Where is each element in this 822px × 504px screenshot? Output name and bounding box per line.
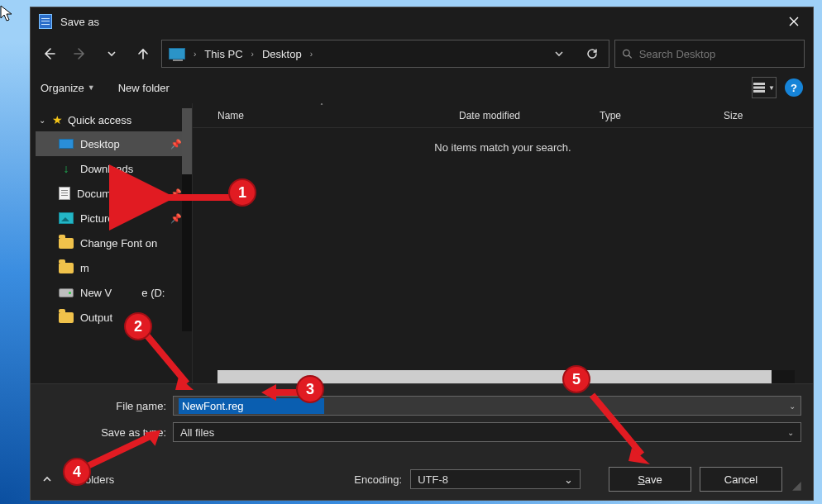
view-button[interactable]: ▼ (752, 77, 777, 98)
sort-caret-icon: ˄ (193, 102, 451, 110)
breadcrumb-sep-icon: › (192, 50, 198, 59)
tree-item-label: Pictures (80, 212, 119, 225)
arrow-left-icon (41, 46, 56, 61)
filetype-field[interactable]: All files ⌄ (173, 422, 801, 442)
file-list-area: Name ˄ Date modified Type Size No items … (193, 103, 813, 383)
encoding-value: UTF-8 (418, 473, 448, 486)
tree-item-folder[interactable]: m (36, 255, 192, 280)
star-icon: ★ (52, 113, 63, 126)
tree-item-folder[interactable]: Change Font on (36, 231, 192, 255)
quick-access-label: Quick access (68, 114, 131, 126)
column-type[interactable]: Type (591, 103, 715, 127)
svg-point-0 (624, 50, 630, 56)
breadcrumb-desktop[interactable]: Desktop (259, 46, 305, 62)
empty-message: No items match your search. (193, 141, 813, 154)
breadcrumb-sep-icon: › (308, 50, 314, 59)
filename-label: File name: (42, 400, 166, 412)
tree-scrollbar-thumb[interactable] (182, 108, 192, 174)
up-button[interactable] (130, 40, 156, 67)
h-scrollbar-track[interactable] (217, 370, 795, 383)
encoding-select[interactable]: UTF-8 ⌄ (410, 469, 581, 489)
chevron-down-icon (554, 49, 564, 59)
help-button[interactable]: ? (785, 78, 803, 97)
titlebar: Save as (31, 7, 813, 36)
h-scrollbar-thumb[interactable] (217, 370, 772, 383)
drive-icon (59, 288, 74, 297)
svg-rect-1 (753, 83, 765, 85)
list-view-icon (753, 83, 765, 93)
filetype-label: Save as type: (42, 426, 166, 439)
tree-item-label: Downloads (80, 163, 133, 175)
new-folder-button[interactable]: New folder (118, 82, 170, 94)
breadcrumb-this-pc[interactable]: This PC (201, 46, 246, 62)
filename-field[interactable]: ⌄ (173, 396, 801, 416)
breadcrumb-sep-icon: › (250, 50, 256, 59)
nav-row: › This PC › Desktop › (31, 36, 813, 72)
organize-menu[interactable]: Organize ▼ (41, 82, 95, 94)
hide-folders-toggle[interactable]: Folders (42, 473, 114, 486)
filetype-value: All files (180, 426, 214, 439)
bottom-panel: File name: ⌄ Save as type: All files ⌄ F… (31, 383, 813, 500)
tree-item-folder[interactable]: Output (36, 305, 192, 330)
tree-item-label: Desktop (80, 138, 120, 150)
encoding-label: Encoding: (354, 473, 402, 486)
close-button[interactable] (775, 7, 813, 36)
tree-item-documents[interactable]: Documents 📌 (36, 181, 192, 206)
picture-icon (59, 212, 74, 224)
organize-label: Organize (41, 82, 84, 94)
toolbar: Organize ▼ New folder ▼ ? (31, 72, 813, 103)
tree-item-label: Output (80, 311, 112, 324)
hide-folders-label: Folders (79, 473, 114, 486)
pc-icon (169, 48, 185, 59)
tree-item-downloads[interactable]: ↓ Downloads (36, 156, 192, 181)
back-button[interactable] (36, 40, 62, 67)
search-icon (622, 48, 633, 59)
document-icon (59, 187, 70, 200)
download-icon: ↓ (59, 162, 74, 175)
dialog-icon (39, 14, 52, 29)
tree-item-desktop[interactable]: Desktop 📌 (36, 131, 192, 156)
tree-item-label: Documents (77, 188, 131, 200)
refresh-icon (585, 47, 599, 60)
cancel-button[interactable]: Cancel (700, 467, 782, 492)
search-input[interactable] (639, 48, 797, 60)
dialog-title: Save as (60, 16, 775, 28)
folder-icon (59, 312, 74, 323)
save-button[interactable]: Save (609, 467, 691, 492)
forward-button[interactable] (67, 40, 93, 67)
dialog-body: ⌄ ★ Quick access Desktop 📌 ↓ Downloads D… (31, 103, 813, 383)
column-name[interactable]: Name ˄ (193, 103, 451, 127)
quick-access-node[interactable]: ⌄ ★ Quick access (36, 108, 192, 131)
close-icon (789, 17, 799, 26)
chevron-down-icon: ⌄ (37, 116, 47, 125)
column-headers: Name ˄ Date modified Type Size (193, 103, 813, 128)
svg-rect-3 (753, 90, 765, 93)
address-bar[interactable]: › This PC › Desktop › (161, 40, 609, 68)
address-dropdown[interactable] (544, 40, 574, 67)
mouse-cursor (0, 5, 15, 23)
arrow-right-icon (73, 46, 88, 61)
filename-input[interactable] (179, 398, 324, 414)
chevron-down-icon (107, 49, 117, 59)
column-date[interactable]: Date modified (451, 103, 591, 127)
svg-rect-2 (753, 87, 765, 89)
tree-item-drive[interactable]: New V e (D: (36, 280, 192, 305)
caret-down-icon: ▼ (88, 83, 95, 92)
resize-grip-icon[interactable]: ◢ (792, 478, 801, 492)
desktop-icon (59, 139, 74, 149)
recent-dropdown[interactable] (98, 40, 125, 67)
chevron-down-icon: ⌄ (564, 473, 573, 486)
tree-item-pictures[interactable]: Pictures 📌 (36, 206, 192, 231)
tree-item-label: New V (80, 287, 112, 299)
chevron-down-icon[interactable]: ⌄ (789, 402, 796, 411)
tree-item-suffix: e (D: (141, 287, 165, 299)
search-box[interactable] (614, 40, 805, 68)
chevron-up-icon (42, 474, 52, 484)
tree-item-label: Change Font on (80, 237, 157, 250)
tree-item-label: m (80, 262, 89, 274)
refresh-button[interactable] (577, 40, 607, 67)
save-as-dialog: Save as › This PC › Desktop › (30, 7, 814, 501)
chevron-down-icon: ⌄ (787, 428, 794, 437)
nav-tree: ⌄ ★ Quick access Desktop 📌 ↓ Downloads D… (31, 103, 193, 383)
column-size[interactable]: Size (715, 103, 813, 127)
